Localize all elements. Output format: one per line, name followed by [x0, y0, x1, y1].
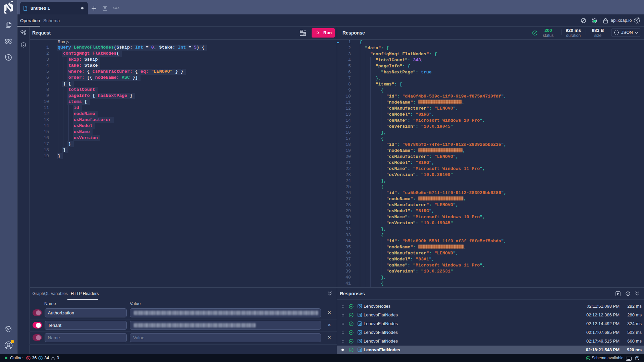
svg-text:Q: Q — [359, 348, 361, 352]
svg-text:Q: Q — [359, 305, 361, 308]
svg-text:Q: Q — [359, 331, 361, 334]
svg-text:Q: Q — [359, 340, 361, 343]
svg-text:Q: Q — [359, 322, 361, 325]
svg-text:Q: Q — [359, 313, 361, 317]
svg-text:?: ? — [636, 356, 638, 360]
